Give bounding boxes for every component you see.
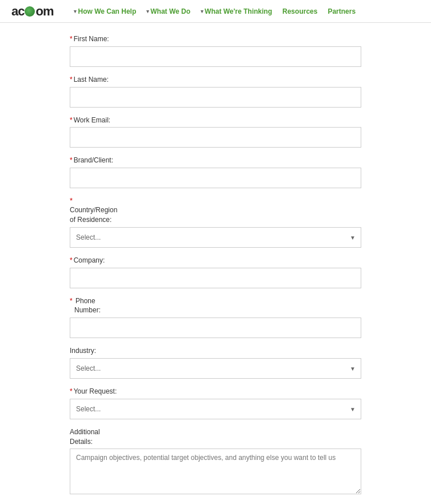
phone-input[interactable] (70, 318, 361, 338)
required-star: * (70, 116, 73, 124)
additional-details-label: Additional Details: (70, 427, 361, 447)
brand-client-label: *Brand/Client: (70, 156, 361, 165)
company-input[interactable] (70, 268, 361, 288)
first-name-group: *First Name: (70, 34, 361, 67)
last-name-group: *Last Name: (70, 75, 361, 108)
chevron-icon: ▾ (146, 9, 149, 14)
contact-form: *First Name: *Last Name: *Work Email: *B… (64, 23, 367, 504)
required-star: * (70, 76, 73, 84)
work-email-group: *Work Email: (70, 116, 361, 148)
country-label: * Country/Region of Residence: (70, 196, 361, 225)
required-star: * (70, 35, 73, 43)
last-name-label: *Last Name: (70, 75, 361, 85)
required-star: * (70, 387, 73, 395)
country-select[interactable]: Select... (70, 227, 361, 248)
nav-items: ▾ How We Can Help ▾ What We Do ▾ What We… (70, 5, 420, 18)
work-email-label: *Work Email: (70, 116, 361, 125)
company-label: *Company: (70, 256, 361, 265)
chevron-icon: ▾ (201, 9, 203, 14)
country-label-text: Country/Region of Residence: (70, 206, 117, 224)
brand-client-input[interactable] (70, 168, 361, 188)
last-name-input[interactable] (70, 87, 361, 108)
first-name-label: *First Name: (70, 34, 361, 44)
nav-item-what-we-do[interactable]: ▾ What We Do (143, 5, 194, 18)
your-request-label: *Your Request: (70, 387, 361, 396)
logo-globe-icon (25, 6, 35, 17)
nav-item-partners[interactable]: Partners (324, 5, 359, 18)
country-group: * Country/Region of Residence: Select... (70, 196, 361, 248)
company-group: *Company: (70, 256, 361, 288)
work-email-input[interactable] (70, 127, 361, 148)
brand-client-group: *Brand/Client: (70, 156, 361, 188)
additional-details-textarea[interactable] (70, 449, 361, 494)
logo[interactable]: acom (11, 4, 53, 19)
nav-item-resources[interactable]: Resources (279, 5, 321, 18)
required-star: * (70, 297, 73, 305)
phone-label: * Phone Number: (70, 296, 361, 316)
main-nav: acom ▾ How We Can Help ▾ What We Do ▾ Wh… (0, 0, 431, 23)
your-request-select[interactable]: Select... (70, 399, 361, 419)
phone-group: * Phone Number: (70, 296, 361, 339)
industry-select-wrapper: Select... (70, 358, 361, 379)
nav-item-what-were-thinking[interactable]: ▾ What We're Thinking (197, 5, 276, 18)
your-request-group: *Your Request: Select... (70, 387, 361, 419)
logo-text: acom (11, 4, 53, 19)
nav-item-how-we-can-help[interactable]: ▾ How We Can Help (70, 5, 139, 18)
additional-details-group: Additional Details: (70, 427, 361, 497)
industry-select[interactable]: Select... (70, 358, 361, 379)
chevron-icon: ▾ (74, 9, 77, 14)
your-request-select-wrapper: Select... (70, 399, 361, 419)
required-star: * (70, 196, 360, 205)
required-star: * (70, 156, 73, 164)
country-select-wrapper: Select... (70, 227, 361, 248)
required-star: * (70, 256, 73, 264)
first-name-input[interactable] (70, 46, 361, 67)
industry-group: Industry: Select... (70, 346, 361, 379)
industry-label: Industry: (70, 346, 361, 356)
